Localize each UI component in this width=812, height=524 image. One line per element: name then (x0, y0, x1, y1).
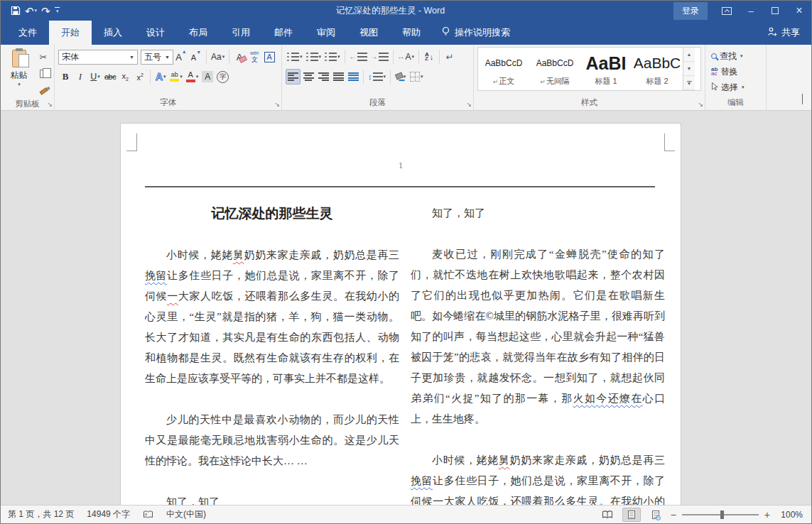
login-button[interactable]: 登录 (673, 2, 708, 20)
tab-help[interactable]: 帮助 (390, 21, 433, 45)
character-shading-button[interactable]: A (200, 69, 215, 84)
bullets-button[interactable]: ▾ (286, 49, 304, 65)
chevron-down-icon[interactable]: ▼ (161, 55, 170, 60)
superscript-button[interactable]: x2 (133, 69, 147, 84)
customize-qat-icon[interactable]: ▾ (55, 7, 60, 14)
tab-view[interactable]: 视图 (347, 21, 390, 45)
spellcheck-red-squiggle: 一 (433, 496, 444, 505)
spellcheck-blue-squiggle: 挽留 (411, 475, 433, 486)
save-icon[interactable] (11, 6, 21, 16)
text-highlight-button[interactable]: ab▾ (168, 69, 184, 84)
undo-dropdown-icon[interactable]: ▾ (35, 8, 38, 13)
enclose-characters-button[interactable]: 字 (215, 69, 230, 84)
tab-insert[interactable]: 插入 (92, 21, 134, 45)
shrink-font-button[interactable]: A▼ (189, 49, 203, 65)
minimize-button[interactable]: – (739, 1, 763, 21)
styles-scroll-down-icon[interactable]: ▼ (683, 62, 695, 76)
strikethrough-button[interactable]: abc (103, 69, 117, 84)
print-layout-button[interactable] (622, 508, 641, 522)
multilevel-list-button[interactable]: ▾ (323, 49, 342, 65)
redo-button[interactable]: ↷ (41, 6, 50, 16)
underline-button[interactable]: U▾ (88, 69, 102, 84)
share-button[interactable]: 共享 (756, 21, 811, 45)
decrease-indent-button[interactable]: ← (348, 49, 369, 65)
zoom-slider[interactable] (682, 514, 759, 515)
tell-me-search[interactable]: 操作说明搜索 (433, 21, 519, 45)
read-mode-button[interactable] (598, 508, 617, 522)
language-indicator[interactable]: 中文(中国) (166, 508, 206, 520)
font-color-button[interactable]: A▾ (185, 69, 200, 84)
restore-button[interactable] (763, 1, 787, 21)
justify-button[interactable] (331, 69, 345, 84)
web-layout-button[interactable] (646, 508, 665, 522)
distribute-button[interactable] (346, 69, 360, 84)
clear-formatting-button[interactable]: A (232, 49, 247, 65)
style-normal[interactable]: AaBbCcD ↵正文 (478, 48, 529, 90)
character-border-button[interactable]: A (262, 49, 276, 65)
align-right-button[interactable] (316, 69, 330, 84)
tab-review[interactable]: 审阅 (305, 21, 347, 45)
font-name-combobox[interactable]: 宋体▼ (58, 50, 138, 65)
close-button[interactable]: × (787, 1, 811, 21)
zoom-out-button[interactable]: − (671, 509, 676, 520)
zoom-slider-thumb[interactable] (720, 511, 724, 519)
show-hide-marks-button[interactable]: ↵ (443, 49, 457, 65)
zoom-percentage[interactable]: 100% (776, 510, 803, 520)
page-corner-mark (664, 133, 675, 151)
format-painter-button[interactable] (36, 83, 50, 99)
line-spacing-button[interactable]: ↕▾ (367, 69, 387, 84)
proofing-status-icon[interactable] (143, 511, 153, 519)
bold-button[interactable]: B (58, 69, 72, 84)
font-size-combobox[interactable]: 五号▼ (141, 50, 173, 65)
font-dialog-launcher-icon[interactable]: ↘ (274, 102, 280, 108)
phonetic-guide-button[interactable]: wén文 (247, 49, 261, 65)
styles-scroll-up-icon[interactable]: ▲ (683, 48, 695, 62)
align-left-button[interactable] (286, 69, 301, 84)
tab-layout[interactable]: 布局 (177, 21, 220, 45)
paste-button[interactable]: 粘贴 ▾ (4, 48, 33, 99)
clipboard-dialog-launcher-icon[interactable]: ↘ (47, 102, 53, 108)
text-effects-button[interactable]: A▾ (153, 69, 168, 84)
collapse-ribbon-button[interactable] (802, 94, 803, 104)
paragraph-dialog-launcher-icon[interactable]: ↘ (466, 102, 472, 108)
text-column-left[interactable]: 记忆深处的那些生灵小时候，姥姥舅奶奶来家走亲戚，奶奶总是再三挽留让多住些日子，她… (145, 203, 399, 505)
borders-button[interactable]: ▾ (408, 69, 425, 84)
text-column-right[interactable]: 知了，知了麦收已过，刚刚完成了“金蝉脱壳”使命的知了们，就忙不迭地在树上欢快地歌… (411, 203, 665, 505)
zoom-in-button[interactable]: + (764, 509, 770, 520)
document-area[interactable]: 1 记忆深处的那些生灵小时候，姥姥舅奶奶来家走亲戚，奶奶总是再三挽留让多住些日子… (1, 111, 811, 505)
cut-button[interactable]: ✂ (36, 49, 50, 65)
style-heading-1[interactable]: AaBI 标题 1 (580, 48, 632, 90)
tab-design[interactable]: 设计 (134, 21, 177, 45)
shading-button[interactable]: ▾ (394, 69, 408, 84)
document-page[interactable]: 1 记忆深处的那些生灵小时候，姥姥舅奶奶来家走亲戚，奶奶总是再三挽留让多住些日子… (120, 123, 681, 505)
ribbon-display-options-icon[interactable] (715, 1, 739, 21)
styles-dialog-launcher-icon[interactable]: ↘ (698, 102, 703, 108)
sort-button[interactable]: AZ↓ (422, 49, 436, 65)
bullet-list-icon (287, 53, 299, 61)
change-case-button[interactable]: Aa▾ (210, 49, 226, 65)
asian-layout-button[interactable]: ↔A▾ (396, 49, 416, 65)
numbering-button[interactable]: ▾ (305, 49, 323, 65)
tab-references[interactable]: 引用 (220, 21, 262, 45)
find-button[interactable]: 查找▾ (709, 49, 762, 63)
style-no-spacing[interactable]: AaBbCcD ↵无间隔 (529, 48, 580, 90)
undo-button[interactable]: ↶▾ (25, 6, 37, 16)
tab-file[interactable]: 文件 (6, 21, 49, 45)
tab-mailings[interactable]: 邮件 (262, 21, 305, 45)
copy-button[interactable] (36, 66, 50, 82)
increase-indent-button[interactable]: → (369, 49, 390, 65)
paste-dropdown-icon[interactable]: ▾ (18, 82, 21, 87)
grow-font-button[interactable]: A▲ (174, 49, 188, 65)
style-heading-2[interactable]: AaBbC 标题 2 (632, 48, 683, 90)
italic-button[interactable]: I (73, 69, 87, 84)
paragraph: 小时候，姥姥舅奶奶来家走亲戚，奶奶总是再三挽留让多住些日子，她们总是说，家里离不… (145, 245, 399, 389)
select-button[interactable]: 选择▾ (709, 80, 762, 94)
subscript-button[interactable]: x2 (118, 69, 132, 84)
align-center-button[interactable] (301, 69, 315, 84)
word-count[interactable]: 14949 个字 (87, 508, 130, 520)
styles-more-icon[interactable]: ▼ (683, 76, 695, 90)
page-indicator[interactable]: 第 1 页，共 12 页 (8, 508, 74, 520)
replace-button[interactable]: abac 替换 (709, 65, 762, 79)
chevron-down-icon[interactable]: ▼ (126, 55, 134, 60)
tab-home[interactable]: 开始 (49, 21, 92, 45)
